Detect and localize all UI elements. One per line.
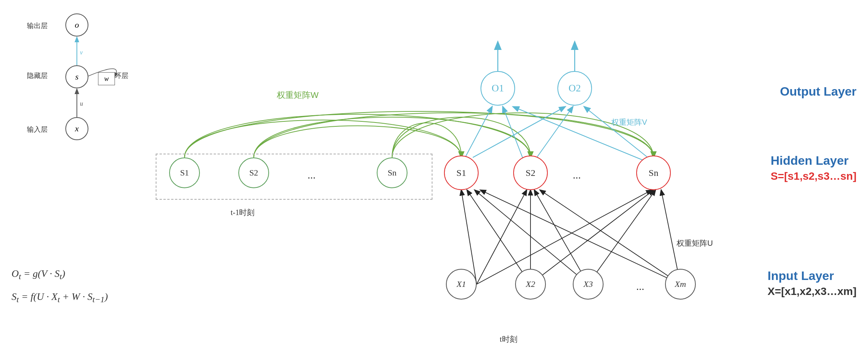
svg-line-22	[536, 107, 573, 158]
small-node-s: s	[65, 65, 88, 88]
svg-text:权重矩阵V: 权重矩阵V	[611, 118, 647, 126]
prev-hidden-s2: S2	[238, 157, 269, 188]
input-xm: Xm	[665, 269, 696, 300]
weight-w-box: w	[98, 72, 115, 85]
input-layer-label-cn: 输入层	[27, 125, 48, 134]
small-node-x: x	[65, 117, 88, 140]
svg-line-19	[503, 107, 523, 158]
hidden-dots: ...	[573, 169, 581, 181]
svg-text:权重矩阵U: 权重矩阵U	[676, 239, 713, 247]
time-prev-label: t-1时刻	[231, 207, 254, 218]
output-o1: O1	[481, 71, 515, 106]
svg-line-20	[513, 107, 644, 161]
prev-hidden-dots: ...	[308, 169, 316, 181]
svg-text:权重矩阵W: 权重矩阵W	[276, 90, 319, 100]
hidden-layer-right-label: Hidden Layer S=[s1,s2,s3…sn]	[771, 154, 856, 182]
output-layer-label-cn: 输出层	[27, 21, 48, 30]
output-layer-right-label: Output Layer	[780, 84, 856, 99]
hidden-sn: Sn	[636, 156, 671, 190]
hidden-s1: S1	[444, 156, 479, 190]
svg-line-15	[540, 190, 680, 284]
time-curr-label: t时刻	[500, 334, 517, 344]
svg-line-13	[588, 190, 655, 284]
svg-line-6	[477, 190, 527, 284]
output-o2: O2	[557, 71, 592, 106]
input-formula: X=[x1,x2,x3…xm]	[768, 285, 856, 298]
output-layer-en: Output Layer	[780, 84, 856, 99]
hidden-layer-en: Hidden Layer	[771, 154, 856, 168]
formula-line1: Ot = g(V · St)	[12, 265, 108, 284]
input-layer-right-label: Input Layer X=[x1,x2,x3…xm]	[768, 269, 856, 298]
svg-text:u: u	[80, 100, 83, 107]
input-dots: ...	[636, 280, 644, 293]
prev-hidden-s1: S1	[169, 157, 200, 188]
svg-line-18	[465, 107, 492, 157]
main-container: 输出层 隐藏层 循环层 输入层 o s w x	[0, 0, 868, 361]
svg-line-12	[534, 190, 588, 284]
formula-line2: St = f(U · Xt + W · St−1)	[12, 288, 108, 307]
input-layer-en: Input Layer	[768, 269, 856, 283]
hidden-s2: S2	[513, 156, 548, 190]
hidden-formula: S=[s1,s2,s3…sn]	[771, 170, 856, 182]
prev-hidden-sn: Sn	[377, 157, 407, 188]
svg-line-23	[584, 107, 650, 159]
hidden-layer-label-cn: 隐藏层	[27, 71, 48, 80]
svg-line-14	[481, 190, 680, 284]
input-x3: X3	[573, 269, 604, 300]
svg-line-8	[467, 190, 530, 284]
svg-line-21	[473, 107, 565, 157]
svg-line-7	[477, 190, 652, 284]
small-node-o: o	[65, 13, 88, 36]
input-x2: X2	[515, 269, 546, 300]
svg-text:v: v	[80, 49, 83, 56]
small-diagram: 输出层 隐藏层 循环层 输入层 o s w x	[23, 12, 146, 157]
input-x1: X1	[446, 269, 477, 300]
formula-area: Ot = g(V · St) St = f(U · Xt + W · St−1)	[12, 265, 108, 307]
